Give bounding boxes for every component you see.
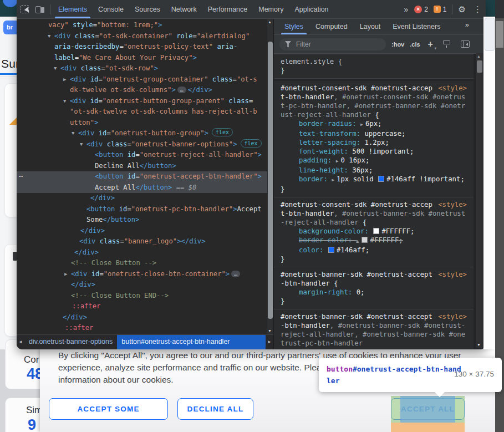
tree-line[interactable]: <button id="onetrust-pc-btn-handler">Acc… xyxy=(17,204,267,215)
css-rule[interactable]: <style>#onetrust-consent-sdk #onetrust-a… xyxy=(274,197,474,267)
node-menu-icon[interactable]: ⋯ xyxy=(19,171,22,182)
tab-memory[interactable]: Memory xyxy=(253,1,289,18)
css-property[interactable]: line-height: 36px; xyxy=(281,166,467,175)
color-swatch[interactable] xyxy=(362,237,368,243)
expand-icon[interactable]: ▶ xyxy=(63,74,66,85)
toggle-element-state-button[interactable]: :hov xyxy=(391,41,404,48)
tree-line[interactable]: <!-- Close Button --> xyxy=(17,258,267,269)
tree-line[interactable]: dk-twelve ot-sdk-columns">…</div> xyxy=(17,85,267,96)
css-property[interactable]: padding: ▶0 16px; xyxy=(281,156,467,166)
scrollbar-thumb[interactable] xyxy=(477,60,482,73)
devtools-menu-icon[interactable]: ⋮ xyxy=(470,4,486,14)
css-rule[interactable]: element.style {} xyxy=(274,54,474,79)
tree-line[interactable]: </div> xyxy=(17,226,267,237)
tree-line[interactable]: ::after xyxy=(17,301,267,312)
scroll-up-icon[interactable]: ▲ xyxy=(268,20,272,24)
style-source-link[interactable]: <style> xyxy=(438,270,467,279)
collapsed-children-icon[interactable]: … xyxy=(231,271,240,277)
tree-line[interactable]: ▶<div id="onetrust-group-container" clas… xyxy=(17,74,267,85)
console-errors-badge[interactable]: × 2 xyxy=(411,6,431,13)
style-source-link[interactable]: <style> xyxy=(438,312,467,321)
styles-filter[interactable] xyxy=(279,38,386,50)
tree-line[interactable]: ::after xyxy=(17,323,267,334)
tree-line[interactable]: Some</button> xyxy=(17,215,267,226)
style-source-link[interactable]: <style> xyxy=(438,84,467,93)
more-tabs-button[interactable]: » xyxy=(400,5,411,14)
new-style-rule-button[interactable]: +▾ xyxy=(428,39,433,49)
settings-gear-icon[interactable]: ⚙ xyxy=(455,4,470,14)
css-rule[interactable]: <style>#onetrust-consent-sdk #onetrust-a… xyxy=(274,81,474,197)
sidebar-tab-layout[interactable]: Layout xyxy=(354,19,387,34)
sidebar-tab-event-listeners[interactable]: Event Listeners xyxy=(386,19,446,34)
css-property[interactable]: margin-right: 0; xyxy=(281,288,467,297)
decline-all-button[interactable]: DECLINE ALL xyxy=(177,398,253,420)
tab-console[interactable]: Console xyxy=(93,1,129,18)
issues-badge[interactable]: ! 1 xyxy=(431,6,450,13)
sidebar-tab-computed[interactable]: Computed xyxy=(309,19,354,34)
collapsed-children-icon[interactable]: … xyxy=(177,87,186,93)
tree-line[interactable]: ▼<div id="onetrust-button-group-parent" … xyxy=(17,96,267,107)
accept-some-button[interactable]: ACCEPT SOME xyxy=(49,398,168,420)
collapse-icon[interactable]: ▼ xyxy=(63,96,66,107)
tree-line[interactable]: <!-- Close Button END--> xyxy=(17,291,267,302)
tree-line[interactable]: ▼<div class="ot-sdk-row"> xyxy=(17,63,267,74)
flex-badge[interactable]: flex xyxy=(241,139,262,148)
sidebar-tab-styles[interactable]: Styles xyxy=(278,19,309,34)
scroll-up-icon[interactable]: ▲ xyxy=(477,54,481,58)
sidebar-more-tabs-icon[interactable]: » xyxy=(462,21,472,29)
css-property[interactable]: text-transform: uppercase; xyxy=(281,129,467,138)
tree-line[interactable]: ▶<div id="onetrust-close-btn-container">… xyxy=(17,269,267,280)
tab-application[interactable]: Application xyxy=(289,1,334,18)
css-property[interactable]: border: ▶1px solid #146aff !important; xyxy=(281,175,467,185)
css-property[interactable]: background-color: #FFFFFF; xyxy=(281,227,467,236)
color-swatch[interactable] xyxy=(373,228,379,234)
style-source-link[interactable]: <style> xyxy=(438,200,467,209)
tree-line[interactable]: </div> xyxy=(17,193,267,204)
element-classes-button[interactable]: .cls xyxy=(410,41,420,48)
css-rule[interactable]: <style>#onetrust-banner-sdk #onetrust-ac… xyxy=(274,267,474,309)
tree-line[interactable]: ▼<div class="onetrust-banner-options">fl… xyxy=(17,139,267,150)
tree-line[interactable]: <div class="banner_logo"></div> xyxy=(17,236,267,247)
breadcrumb-item[interactable]: div.onetrust-banner-options xyxy=(24,335,117,349)
css-property[interactable]: font-weight: 500 !important; xyxy=(281,147,467,156)
styles-scrollbar[interactable]: ▲ ▼ xyxy=(476,53,483,348)
breadcrumb-left-icon[interactable]: ◄ xyxy=(17,335,24,349)
collapse-icon[interactable]: ▼ xyxy=(54,63,57,74)
tree-line[interactable]: ⋯<button id="onetrust-accept-btn-handler… xyxy=(17,171,267,182)
tree-line[interactable]: </div> xyxy=(17,334,267,335)
device-toolbar-button[interactable] xyxy=(32,2,48,17)
tree-line[interactable]: label="We Care About Your Privacy"> xyxy=(17,53,267,64)
tree-line[interactable]: </div> xyxy=(17,279,267,291)
css-property[interactable]: letter-spacing: 1.2px; xyxy=(281,138,467,147)
tree-line[interactable]: Decline All</button> xyxy=(17,161,267,172)
css-rule[interactable]: <style>#onetrust-banner-sdk #onetrust-ac… xyxy=(274,309,474,349)
inspect-element-button[interactable] xyxy=(17,2,32,17)
css-property[interactable]: color: #146aff; xyxy=(281,246,467,255)
color-swatch[interactable] xyxy=(378,176,384,182)
scroll-down-icon[interactable]: ▼ xyxy=(477,343,481,347)
css-property[interactable]: border-color: ▶#FFFFFF; xyxy=(281,236,467,246)
collapse-icon[interactable]: ▼ xyxy=(72,128,74,139)
scroll-down-icon[interactable]: ▼ xyxy=(268,329,272,333)
tab-sources[interactable]: Sources xyxy=(129,1,166,18)
tree-line[interactable]: utton"> xyxy=(17,118,267,129)
elements-scrollbar[interactable]: ▲ ▼ xyxy=(267,19,273,334)
tree-line[interactable]: </div> xyxy=(17,247,267,258)
scrollbar-thumb[interactable] xyxy=(268,42,273,319)
rendering-emulation-icon[interactable] xyxy=(443,40,451,48)
tree-line[interactable]: ▼<div class="ot-sdk-container" role="ale… xyxy=(17,31,267,42)
flex-badge[interactable]: flex xyxy=(212,128,233,136)
tree-line[interactable]: vacy" style="bottom: 1rem;"> xyxy=(17,20,267,31)
collapse-icon[interactable]: ▼ xyxy=(80,139,83,150)
breadcrumb-item[interactable]: button#onetrust-accept-btn-handler xyxy=(117,335,266,349)
tree-line[interactable]: aria-describedby="onetrust-policy-text" … xyxy=(17,42,267,53)
tree-line[interactable]: </div> xyxy=(17,312,267,323)
styles-filter-input[interactable] xyxy=(295,40,358,49)
tree-line[interactable]: "ot-sdk-twelve ot-sdk-columns has-reject… xyxy=(17,106,267,118)
tab-performance[interactable]: Performance xyxy=(202,1,253,18)
expand-icon[interactable]: ▶ xyxy=(64,269,67,280)
breadcrumb-right-icon[interactable]: ► xyxy=(266,335,273,349)
page-scrollbar-thumb[interactable] xyxy=(485,18,495,51)
tab-network[interactable]: Network xyxy=(166,1,202,18)
color-swatch[interactable] xyxy=(328,247,334,253)
